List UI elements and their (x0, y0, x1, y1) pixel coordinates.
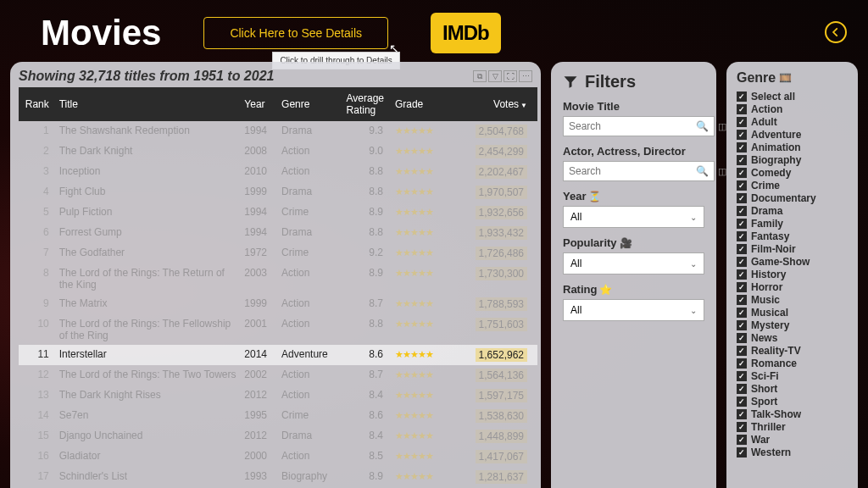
checkbox-icon (737, 371, 747, 381)
table-row[interactable]: 12The Lord of the Rings: The Two Towers2… (19, 365, 537, 385)
genre-checkbox-history[interactable]: History (737, 269, 853, 280)
table-row[interactable]: 8The Lord of the Rings: The Return of th… (19, 263, 537, 294)
genre-checkbox-musical[interactable]: Musical (737, 307, 853, 319)
cell-rating: 8.6 (343, 345, 392, 365)
genre-label: News (751, 332, 777, 344)
col-votes[interactable]: Votes▼ (465, 87, 537, 121)
cell-rank: 1 (19, 121, 56, 141)
table-row[interactable]: 2The Dark Knight2008Action9.0★★★★★2,454,… (19, 141, 537, 162)
genre-checkbox-adult[interactable]: Adult (737, 116, 853, 128)
table-row[interactable]: 6Forrest Gump1994Drama8.8★★★★★1,933,432 (19, 223, 537, 243)
genre-checkbox-reality-tv[interactable]: Reality-TV (737, 345, 853, 357)
cell-title: Se7en (56, 406, 242, 426)
eraser-icon[interactable]: ◫ (718, 166, 726, 177)
genre-checkbox-game-show[interactable]: Game-Show (737, 256, 853, 268)
genre-checkbox-thriller[interactable]: Thriller (737, 421, 853, 433)
genre-checkbox-crime[interactable]: Crime (737, 180, 853, 191)
col-rank[interactable]: Rank (19, 87, 56, 121)
expand-icon[interactable]: ⛶ (504, 70, 517, 82)
genre-checkbox-war[interactable]: War (737, 434, 853, 446)
genre-checkbox-family[interactable]: Family (737, 218, 853, 230)
genre-checkbox-drama[interactable]: Drama (737, 205, 853, 217)
cell-rank: 3 (19, 162, 56, 182)
filters-title-text: Filters (585, 72, 636, 92)
checkbox-icon (737, 422, 747, 432)
genre-checkbox-biography[interactable]: Biography (737, 154, 853, 166)
cell-title: Interstellar (56, 345, 242, 365)
cell-rank: 5 (19, 202, 56, 223)
checkbox-icon (737, 155, 747, 165)
table-row[interactable]: 17Schindler's List1993Biography8.9★★★★★1… (19, 467, 537, 487)
cell-rating: 9.0 (343, 141, 392, 162)
eraser-icon[interactable]: ◫ (718, 121, 726, 132)
genre-checkbox-sci-fi[interactable]: Sci-Fi (737, 370, 853, 382)
genre-checkbox-western[interactable]: Western (737, 446, 853, 458)
genre-checkbox-sport[interactable]: Sport (737, 396, 853, 408)
table-row[interactable]: 10The Lord of the Rings: The Fellowship … (19, 314, 537, 345)
copy-icon[interactable]: ⧉ (473, 70, 487, 82)
movie-title-search[interactable]: 🔍 (563, 116, 715, 136)
year-label: Year⏳ (563, 190, 704, 202)
person-input[interactable] (569, 165, 696, 177)
year-dropdown[interactable]: All⌄ (563, 206, 704, 228)
table-row[interactable]: 13The Dark Knight Rises2012Action8.4★★★★… (19, 385, 537, 406)
genre-checkbox-talk-show[interactable]: Talk-Show (737, 408, 853, 420)
genre-checkbox-adventure[interactable]: Adventure (737, 129, 853, 141)
filters-panel: Filters Movie Title 🔍 ◫ Actor, Actress, … (551, 62, 716, 488)
cell-genre: Crime (278, 243, 343, 263)
see-details-button[interactable]: Click Here to See Details ↖ Click to dri… (203, 17, 388, 49)
table-row[interactable]: 15Django Unchained2012Drama8.4★★★★★1,448… (19, 426, 537, 446)
cell-year: 2014 (241, 345, 278, 365)
genre-checkbox-romance[interactable]: Romance (737, 358, 853, 369)
popularity-dropdown[interactable]: All⌄ (563, 252, 704, 274)
table-row[interactable]: 1The Shawshank Redemption1994Drama9.3★★★… (19, 121, 537, 141)
table-row[interactable]: 9The Matrix1999Action8.7★★★★★1,788,593 (19, 294, 537, 314)
genre-checkbox-action[interactable]: Action (737, 103, 853, 115)
genre-checkbox-film-noir[interactable]: Film-Noir (737, 243, 853, 255)
movie-title-input[interactable] (569, 120, 696, 132)
cell-votes: 1,788,593 (465, 294, 537, 314)
cell-genre: Action (278, 141, 343, 162)
person-search[interactable]: 🔍 (563, 161, 715, 181)
checkbox-icon (737, 180, 747, 191)
table-row[interactable]: 16Gladiator2000Action8.5★★★★★1,417,067 (19, 446, 537, 467)
genre-checkbox-animation[interactable]: Animation (737, 141, 853, 153)
genre-checkbox-select-all[interactable]: Select all (737, 91, 853, 103)
table-row[interactable]: 7The Godfather1972Crime9.2★★★★★1,726,486 (19, 243, 537, 263)
cell-genre: Drama (278, 426, 343, 446)
col-genre[interactable]: Genre (278, 87, 343, 121)
genre-checkbox-comedy[interactable]: Comedy (737, 167, 853, 179)
table-row[interactable]: 5Pulp Fiction1994Crime8.9★★★★★1,932,656 (19, 202, 537, 223)
genre-checkbox-horror[interactable]: Horror (737, 281, 853, 293)
col-grade[interactable]: Grade (392, 87, 465, 121)
cell-votes: 1,652,962 (465, 345, 537, 365)
search-icon: 🔍 (696, 165, 709, 177)
cell-rating: 8.9 (343, 202, 392, 223)
cell-grade: ★★★★★ (392, 446, 465, 467)
checkbox-icon (737, 206, 747, 216)
col-rating[interactable]: Average Rating (343, 87, 392, 121)
rating-dropdown[interactable]: All⌄ (563, 299, 704, 321)
back-button[interactable] (825, 21, 847, 43)
genre-checkbox-documentary[interactable]: Documentary (737, 192, 853, 204)
genre-checkbox-music[interactable]: Music (737, 294, 853, 306)
genre-checkbox-fantasy[interactable]: Fantasy (737, 230, 853, 242)
stars-icon: ★★★★★ (395, 146, 433, 156)
cell-year: 1995 (241, 406, 278, 426)
table-row[interactable]: 14Se7en1995Crime8.6★★★★★1,538,630 (19, 406, 537, 426)
genre-checkbox-short[interactable]: Short (737, 383, 853, 395)
col-year[interactable]: Year (241, 87, 278, 121)
cell-title: The Shawshank Redemption (56, 121, 242, 141)
cell-genre: Drama (278, 121, 343, 141)
table-row[interactable]: 3Inception2010Action8.8★★★★★2,202,467 (19, 162, 537, 182)
filter-icon[interactable]: ▽ (488, 70, 502, 82)
table-row[interactable]: 4Fight Club1999Drama8.8★★★★★1,970,507 (19, 182, 537, 202)
genre-checkbox-news[interactable]: News (737, 332, 853, 344)
cell-votes: 1,597,175 (465, 385, 537, 406)
more-icon[interactable]: ⋯ (519, 70, 532, 82)
genre-label: Sci-Fi (751, 370, 779, 382)
table-row[interactable]: 11Interstellar2014Adventure8.6★★★★★1,652… (19, 345, 537, 365)
genre-checkbox-mystery[interactable]: Mystery (737, 319, 853, 331)
col-title[interactable]: Title (56, 87, 242, 121)
cell-title: The Lord of the Rings: The Two Towers (56, 365, 242, 385)
